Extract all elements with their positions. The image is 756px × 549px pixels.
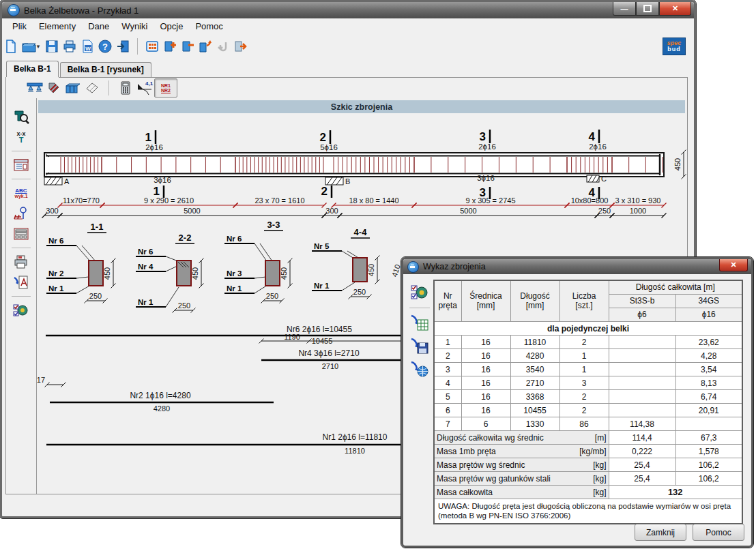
minimize-button[interactable]: — [613,2,636,16]
menu-item-pomoc[interactable]: Pomoc [189,20,229,33]
table-row: 61610455220,91 [434,404,742,417]
beam-scheme-button[interactable] [25,79,44,97]
list-options-button[interactable] [409,283,430,302]
table-cell: 1 [559,349,609,363]
dimension-style-button[interactable] [11,205,31,222]
specbud-logo: spec bud [663,38,686,55]
copy-element-button[interactable] [197,38,214,55]
tab-belka-b1[interactable]: Belka B-1 [6,61,59,77]
section-markers-bottom: 3ϕ16 3ϕ16 1 2 3 4 [154,174,599,199]
cross-section-4-4: 4-4 Nr 5 Nr 1 450 250 410 [312,227,402,299]
table-cell: Masa całkowita[kg] [434,486,609,499]
table-cell: 7 [434,417,461,431]
export-html-button[interactable] [409,360,430,379]
tab-belka-b1-rysunek[interactable]: Belka B-1 [rysunek] [60,62,151,77]
data-window-button[interactable] [11,156,31,174]
table-cell: 4280 [510,349,559,363]
dialog-title-bar[interactable]: Wykaz zbrojenia ✕ [403,259,751,274]
beam-elevation [44,153,664,177]
svg-text:3: 3 [480,186,486,199]
menu-item-opcje[interactable]: Opcje [154,20,189,33]
svg-text:250: 250 [89,292,102,300]
undo-button[interactable] [214,38,232,55]
table-cell: 16 [461,390,510,404]
eraser-button[interactable] [83,79,102,97]
table-cell: 16 [461,404,510,417]
add-element-button[interactable] [161,38,179,55]
open-dropdown-arrow[interactable]: ▼ [35,44,41,50]
svg-text:250: 250 [353,288,366,296]
table-cell: 2 [559,390,609,404]
pomoc-button[interactable]: Pomoc [693,524,744,541]
maximize-button[interactable] [636,2,659,16]
close-button[interactable]: ✕ [659,2,691,16]
zoom-preview-button[interactable] [11,108,31,125]
export-drawing-button[interactable] [11,273,31,291]
svg-text:?: ? [102,42,108,52]
table-cell: 16 [461,336,510,349]
print-drawing-button[interactable] [11,253,31,271]
table-cell: 1330 [510,417,559,431]
svg-text:Nr 6: Nr 6 [138,248,153,256]
drawing-title: Szkic zbrojenia [38,100,685,113]
table-summary-row: Długość całkowita wg średnic[m]114,467,3 [434,431,742,445]
results-diagram-button[interactable]: 4,1 [135,79,154,97]
drawing-options-button[interactable] [11,301,31,319]
report-form-button[interactable] [11,225,31,243]
reinforcement-table: Nr pręta Średnica [mm] Długość [mm] Licz… [433,280,743,524]
export-word-button[interactable]: W [78,38,96,55]
help-button[interactable]: ? [96,38,114,55]
table-cell: 2 [559,336,609,349]
tab-strip: Belka B-1 Belka B-1 [rysunek] [2,59,694,77]
table-cell: Długość całkowita wg średnic[m] [434,431,609,445]
export-excel-button[interactable] [409,314,430,333]
reinforcement-button[interactable] [44,79,63,97]
svg-text:450: 450 [280,267,288,280]
support-a-label: A [64,177,70,186]
delete-element-button[interactable] [179,38,197,55]
svg-text:3ϕ16: 3ϕ16 [477,174,495,182]
menu-item-plik[interactable]: Plik [6,20,33,33]
zamknij-button[interactable]: Zamknij [635,524,686,541]
table-row: 316354013,54 [434,363,742,376]
concrete-section-button[interactable] [63,79,83,97]
descriptions-button[interactable]: ABCwyk.1 [11,184,31,202]
bar-numbers-button[interactable]: NR1 NR2 [154,78,177,98]
svg-text:3ϕ16: 3ϕ16 [154,176,171,184]
table-cell: 6 [461,417,510,431]
table-cell: 1 [434,336,461,349]
table-cell: 2710 [510,376,559,390]
save-button[interactable] [43,38,61,55]
svg-text:450: 450 [673,158,682,170]
table-summary-row: Masa 1mb pręta[kg/mb]0,2221,578 [434,445,742,458]
table-cell [609,390,675,404]
table-note-row: UWAGA: Długość pręta jest długością obli… [434,499,742,524]
table-cell: 23,62 [675,336,742,349]
menu-item-elementy[interactable]: Elementy [33,20,82,33]
data-grid-button[interactable] [143,38,161,55]
svg-text:10455: 10455 [312,337,333,345]
dialog-close-button[interactable]: ✕ [719,259,748,271]
print-button[interactable] [61,38,78,55]
table-cell: 3,54 [675,363,742,376]
wykaz-zbrojenia-dialog: Wykaz zbrojenia ✕ Nr pręta Średnica [mm]… [401,257,753,548]
svg-text:1: 1 [154,185,160,198]
section-view-button[interactable]: x-xT [11,128,31,146]
svg-text:Nr 5: Nr 5 [314,242,330,250]
new-file-button[interactable] [2,38,20,55]
table-cell: 67,3 [675,431,742,445]
menu-item-dane[interactable]: Dane [82,20,115,33]
table-cell: Masa prętów wg średnic[kg] [434,458,609,472]
open-file-button[interactable]: ▼ [20,38,43,55]
calculator-button[interactable] [116,79,135,97]
menu-item-wyniki[interactable]: Wyniki [115,20,154,33]
svg-text:2: 2 [320,131,326,144]
table-cell: 8,13 [675,376,742,390]
exit-button[interactable] [114,38,132,55]
svg-text:450: 450 [191,267,199,280]
table-cell: 2 [434,349,461,363]
export-element-button[interactable] [232,38,250,55]
svg-text:1190: 1190 [284,333,300,341]
title-bar[interactable]: Belka Żelbetowa - Przykład 1 — ✕ [2,2,694,18]
export-save-button[interactable] [409,337,430,356]
